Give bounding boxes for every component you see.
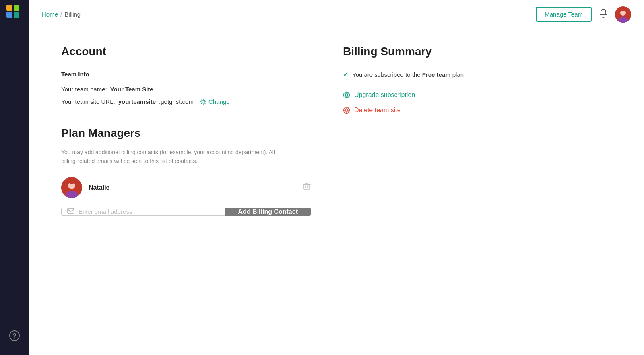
delete-label: Delete team site (354, 107, 401, 114)
contact-avatar (61, 177, 82, 198)
sidebar (0, 0, 29, 355)
help-icon[interactable] (9, 330, 20, 344)
billing-summary-title: Billing Summary (343, 45, 496, 58)
team-url-row: Your team site URL: yourteamsite.getgris… (61, 98, 311, 105)
svg-point-6 (202, 101, 204, 103)
svg-rect-11 (304, 184, 310, 189)
delete-contact-icon[interactable] (303, 182, 311, 192)
subscription-row: ✓ You are subscribed to the Free team pl… (343, 71, 496, 78)
change-url-link[interactable]: Change (200, 98, 230, 105)
team-url-prefix: Your team site URL: (61, 98, 115, 105)
upgrade-subscription-link[interactable]: Upgrade subscription (343, 91, 496, 99)
manage-team-button[interactable]: Manage Team (536, 7, 592, 22)
email-input-wrapper (61, 208, 225, 216)
plan-managers-description: You may add additional billing contacts … (61, 148, 287, 166)
upgrade-label: Upgrade subscription (354, 91, 415, 99)
team-url-bold: yourteamsite (118, 98, 156, 105)
team-name-prefix: Your team name: (61, 86, 107, 93)
team-name-row: Your team name: Your Team Site (61, 86, 311, 93)
subscription-prefix: You are subscribed to the (352, 71, 422, 78)
svg-rect-5 (621, 8, 625, 11)
contact-name: Natalie (89, 184, 296, 191)
header-right: Manage Team (536, 6, 631, 23)
breadcrumb-home[interactable]: Home (42, 11, 58, 18)
add-billing-contact-form: Add Billing Contact (61, 208, 311, 216)
check-icon: ✓ (343, 71, 348, 78)
add-billing-contact-button[interactable]: Add Billing Contact (225, 208, 311, 216)
team-url-suffix: .getgrist.com (159, 98, 194, 105)
team-info-label: Team Info (61, 71, 311, 78)
breadcrumb-current: Billing (64, 11, 80, 18)
subscription-text: You are subscribed to the Free team plan (352, 71, 464, 78)
contact-row: Natalie (61, 177, 311, 198)
sidebar-bottom (9, 330, 20, 344)
change-link-label: Change (208, 98, 230, 105)
subscription-plan: Free team (422, 71, 451, 78)
email-input[interactable] (78, 208, 220, 215)
user-avatar[interactable] (615, 6, 631, 23)
breadcrumb-separator: / (60, 11, 62, 18)
svg-rect-10 (68, 180, 75, 184)
right-column: Billing Summary ✓ You are subscribed to … (343, 45, 496, 339)
left-column: Account Team Info Your team name: Your T… (61, 45, 311, 339)
header: Home / Billing Manage Team (29, 0, 644, 29)
email-icon (67, 208, 74, 215)
plan-managers-title: Plan Managers (61, 127, 311, 140)
subscription-suffix: plan (451, 71, 464, 78)
account-title: Account (61, 45, 311, 58)
team-name-value: Your Team Site (110, 86, 153, 93)
svg-point-16 (345, 109, 348, 111)
app-logo[interactable] (6, 5, 23, 21)
bell-icon[interactable] (598, 8, 609, 21)
svg-point-14 (345, 94, 348, 96)
main-area: Home / Billing Manage Team (29, 0, 644, 355)
svg-point-1 (14, 338, 15, 339)
svg-rect-12 (68, 208, 74, 213)
delete-team-site-link[interactable]: Delete team site (343, 107, 496, 114)
content-area: Account Team Info Your team name: Your T… (29, 29, 644, 355)
breadcrumb: Home / Billing (42, 11, 80, 18)
